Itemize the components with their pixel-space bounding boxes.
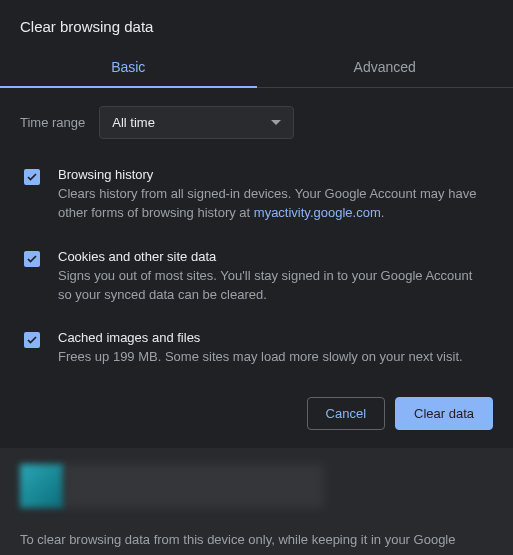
checkbox-cookies[interactable] — [24, 251, 40, 267]
tabs: Basic Advanced — [0, 49, 513, 88]
checkbox-cache[interactable] — [24, 332, 40, 348]
option-browsing-history: Browsing history Clears history from all… — [20, 155, 493, 237]
options-list: Browsing history Clears history from all… — [0, 149, 513, 381]
option-text: Browsing history Clears history from all… — [58, 167, 493, 223]
option-title: Cached images and files — [58, 330, 487, 345]
avatar — [20, 464, 64, 508]
clear-browsing-data-dialog: Clear browsing data Basic Advanced Time … — [0, 0, 513, 555]
dialog-actions: Cancel Clear data — [0, 381, 513, 448]
account-info-redacted — [64, 464, 324, 508]
option-desc: Frees up 199 MB. Some sites may load mor… — [58, 348, 487, 367]
check-icon — [26, 334, 38, 346]
option-text: Cached images and files Frees up 199 MB.… — [58, 330, 493, 367]
myactivity-link[interactable]: myactivity.google.com — [254, 205, 381, 220]
tab-basic[interactable]: Basic — [0, 49, 257, 87]
time-range-row: Time range All time — [0, 88, 513, 149]
tab-advanced[interactable]: Advanced — [257, 49, 514, 87]
time-range-select[interactable]: All time — [99, 106, 294, 139]
checkbox-browsing-history[interactable] — [24, 169, 40, 185]
option-desc: Clears history from all signed-in device… — [58, 185, 487, 223]
option-title: Browsing history — [58, 167, 487, 182]
chevron-down-icon — [271, 120, 281, 125]
option-text: Cookies and other site data Signs you ou… — [58, 249, 493, 305]
account-row — [20, 464, 493, 508]
footer-text: To clear browsing data from this device … — [20, 530, 493, 555]
check-icon — [26, 171, 38, 183]
check-icon — [26, 253, 38, 265]
time-range-value: All time — [112, 115, 155, 130]
option-desc: Signs you out of most sites. You'll stay… — [58, 267, 487, 305]
dialog-footer: To clear browsing data from this device … — [0, 448, 513, 555]
cancel-button[interactable]: Cancel — [307, 397, 385, 430]
time-range-label: Time range — [20, 115, 85, 130]
clear-data-button[interactable]: Clear data — [395, 397, 493, 430]
option-title: Cookies and other site data — [58, 249, 487, 264]
dialog-title: Clear browsing data — [0, 0, 513, 49]
option-cookies: Cookies and other site data Signs you ou… — [20, 237, 493, 319]
option-cache: Cached images and files Frees up 199 MB.… — [20, 318, 493, 381]
